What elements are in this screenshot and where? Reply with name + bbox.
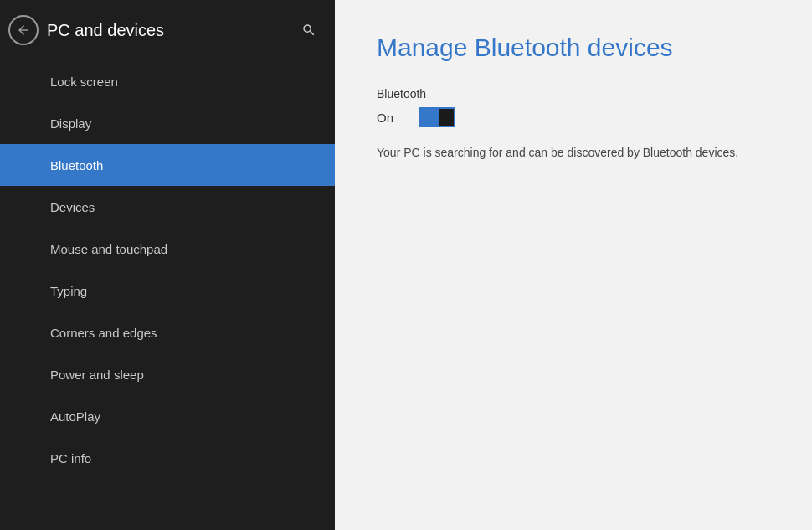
- sidebar: PC and devices Lock screen Display Bluet…: [0, 0, 335, 530]
- bluetooth-setting-label: Bluetooth: [377, 87, 770, 100]
- sidebar-header: PC and devices: [0, 0, 335, 60]
- bluetooth-toggle[interactable]: [419, 107, 455, 127]
- sidebar-item-typing[interactable]: Typing: [0, 270, 335, 311]
- sidebar-item-lock-screen[interactable]: Lock screen: [0, 60, 335, 102]
- toggle-thumb: [439, 109, 454, 126]
- sidebar-item-display[interactable]: Display: [0, 102, 335, 144]
- sidebar-item-mouse-and-touchpad[interactable]: Mouse and touchpad: [0, 228, 335, 270]
- back-button[interactable]: [8, 15, 39, 45]
- sidebar-item-pc-info[interactable]: PC info: [0, 437, 335, 479]
- sidebar-item-devices[interactable]: Devices: [0, 186, 335, 228]
- toggle-state-text: On: [377, 111, 402, 125]
- sidebar-item-corners-and-edges[interactable]: Corners and edges: [0, 311, 335, 353]
- sidebar-item-bluetooth[interactable]: Bluetooth: [0, 144, 335, 186]
- discovery-text: Your PC is searching for and can be disc…: [377, 144, 770, 162]
- bluetooth-toggle-row: On: [377, 107, 770, 127]
- sidebar-title: PC and devices: [47, 21, 288, 40]
- sidebar-item-power-and-sleep[interactable]: Power and sleep: [0, 353, 335, 395]
- main-content: Manage Bluetooth devices Bluetooth On Yo…: [335, 0, 812, 530]
- nav-list: Lock screen Display Bluetooth Devices Mo…: [0, 60, 335, 530]
- page-title: Manage Bluetooth devices: [377, 33, 770, 62]
- search-button[interactable]: [296, 18, 321, 43]
- sidebar-item-autoplay[interactable]: AutoPlay: [0, 395, 335, 437]
